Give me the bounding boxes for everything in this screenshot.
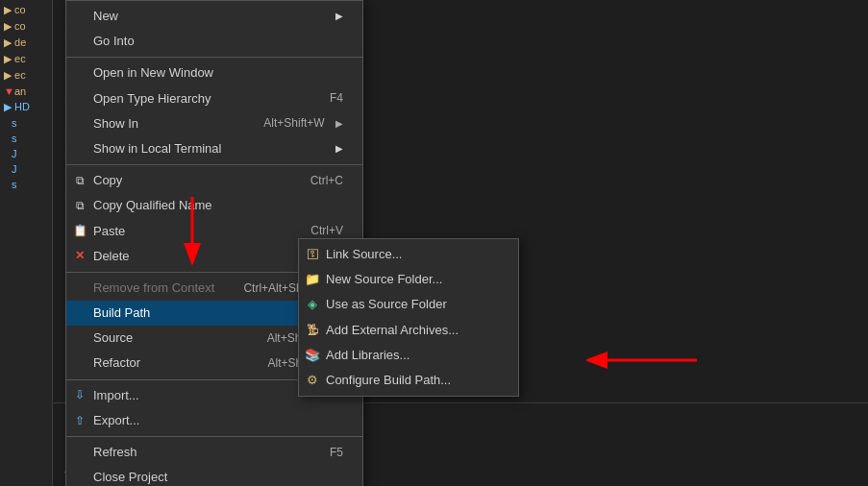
menu-label-copy: Copy — [93, 172, 122, 189]
menu-label-go-into: Go Into — [93, 33, 135, 50]
menu-label-show-terminal: Show in Local Terminal — [93, 140, 221, 158]
link-source-icon: ⚿ — [305, 247, 320, 262]
sidebar-item-6: ▼an — [0, 84, 52, 99]
menu-label-show-in: Show In — [93, 115, 138, 133]
menu-item-show-in[interactable]: Show In Alt+Shift+W ▶ — [66, 111, 362, 136]
menu-label-build-path: Build Path — [93, 304, 150, 322]
sidebar-item-s2: s — [0, 131, 52, 146]
submenu-item-link-source[interactable]: ⚿ Link Source... — [299, 242, 518, 267]
add-libraries-icon: 📚 — [305, 348, 320, 363]
submenu-arrow-terminal: ▶ — [335, 142, 343, 156]
menu-item-copy[interactable]: ⧉ Copy Ctrl+C — [66, 168, 362, 193]
submenu-arrow-new: ▶ — [335, 10, 343, 23]
menu-item-open-window[interactable]: Open in New Window — [66, 61, 362, 85]
menu-label-export: Export... — [93, 412, 139, 429]
menu-item-close-project[interactable]: Close Project — [66, 465, 362, 486]
build-path-submenu: ⚿ Link Source... 📁 New Source Folder... … — [298, 238, 519, 397]
menu-label-new: New — [93, 8, 118, 25]
submenu-item-new-source-folder[interactable]: 📁 New Source Folder... — [299, 267, 518, 292]
menu-item-go-into[interactable]: Go Into — [66, 29, 362, 54]
sidebar-item-j1: J — [0, 146, 52, 161]
menu-item-refresh[interactable]: Refresh F5 — [66, 440, 362, 465]
configure-build-path-icon: ⚙ — [305, 373, 320, 388]
separator-5 — [66, 436, 362, 437]
paste-icon: 📋 — [72, 224, 87, 239]
menu-item-new[interactable]: New ▶ — [66, 4, 362, 29]
shortcut-open-hierarchy: F4 — [330, 90, 343, 107]
submenu-item-use-as-source[interactable]: ◈ Use as Source Folder — [299, 292, 518, 317]
shortcut-show-in: Alt+Shift+W ▶ — [263, 115, 343, 132]
submenu-label-add-libraries: Add Libraries... — [326, 347, 409, 364]
submenu-label-configure-build-path: Configure Build Path... — [326, 372, 451, 389]
sidebar-item-s3: s — [0, 177, 52, 192]
sidebar-item-1: ▶ co — [0, 2, 52, 18]
submenu-label-use-as-source: Use as Source Folder — [326, 296, 447, 313]
separator-1 — [66, 57, 362, 58]
submenu-item-add-archives[interactable]: 🗜 Add External Archives... — [299, 318, 518, 343]
menu-label-copy-qualified: Copy Qualified Name — [93, 197, 212, 214]
menu-label-refactor: Refactor — [93, 354, 140, 372]
submenu-item-add-libraries[interactable]: 📚 Add Libraries... — [299, 343, 518, 368]
shortcut-paste: Ctrl+V — [310, 223, 343, 239]
sidebar-item-4: ▶ ec — [0, 51, 52, 67]
delete-icon: ✕ — [72, 249, 87, 264]
submenu-label-new-source-folder: New Source Folder... — [326, 271, 442, 288]
menu-label-close-project: Close Project — [93, 469, 167, 486]
menu-label-import: Import... — [93, 387, 139, 404]
sidebar-item-5: ▶ ec — [0, 67, 52, 84]
submenu-label-add-archives: Add External Archives... — [326, 322, 459, 339]
shortcut-copy: Ctrl+C — [310, 173, 343, 189]
menu-label-open-window: Open in New Window — [93, 64, 213, 82]
menu-item-show-terminal[interactable]: Show in Local Terminal ▶ — [66, 136, 362, 161]
menu-label-delete: Delete — [93, 248, 130, 265]
menu-label-open-hierarchy: Open Type Hierarchy — [93, 90, 211, 108]
copy-qualified-icon: ⧉ — [72, 198, 87, 213]
sidebar-item-3: ▶ de — [0, 35, 52, 51]
use-as-source-icon: ◈ — [305, 297, 320, 312]
submenu-item-configure-build-path[interactable]: ⚙ Configure Build Path... — [299, 368, 518, 393]
copy-icon: ⧉ — [72, 173, 87, 188]
sidebar-item-2: ▶ co — [0, 18, 52, 35]
menu-item-export[interactable]: ⇧ Export... — [66, 408, 362, 433]
shortcut-refresh: F5 — [330, 445, 343, 461]
sidebar-item-hdi: ▶ HD — [0, 99, 52, 115]
submenu-label-link-source: Link Source... — [326, 246, 403, 263]
menu-label-paste: Paste — [93, 223, 125, 240]
export-icon: ⇧ — [72, 413, 87, 428]
menu-item-open-hierarchy[interactable]: Open Type Hierarchy F4 — [66, 86, 362, 111]
menu-item-copy-qualified[interactable]: ⧉ Copy Qualified Name — [66, 193, 362, 218]
add-archives-icon: 🗜 — [305, 323, 320, 338]
separator-2 — [66, 164, 362, 165]
project-explorer-sidebar: ▶ co ▶ co ▶ de ▶ ec ▶ ec ▼an ▶ HD s s J … — [0, 0, 53, 486]
menu-label-refresh: Refresh — [93, 444, 137, 461]
new-source-folder-icon: 📁 — [305, 272, 320, 287]
sidebar-item-j2: J — [0, 161, 52, 177]
sidebar-item-s1: s — [0, 115, 52, 131]
menu-label-source: Source — [93, 329, 133, 347]
menu-label-remove-context: Remove from Context — [93, 279, 214, 297]
import-icon: ⇩ — [72, 388, 87, 403]
